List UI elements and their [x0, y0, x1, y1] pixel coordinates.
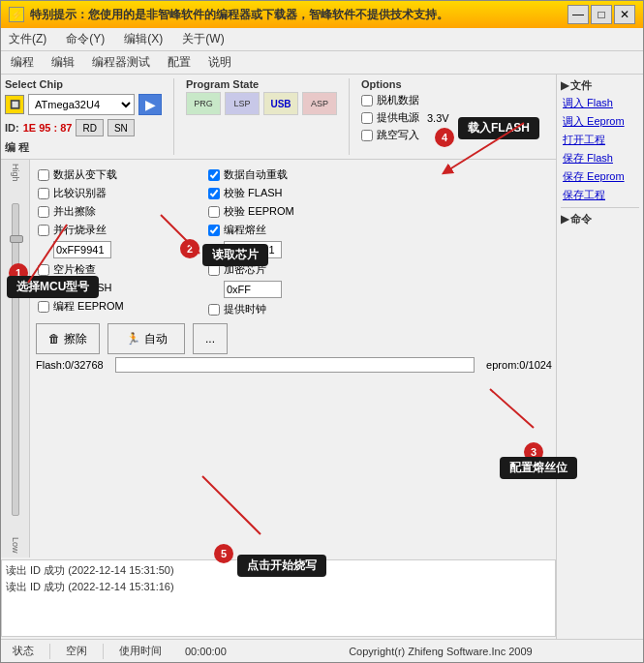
verify-flash-checkbox[interactable] [208, 188, 220, 199]
left-checkboxes: 数据从变下载 比较识别器 并出擦除 [38, 167, 193, 316]
parallel-fuse-checkbox[interactable] [38, 225, 49, 236]
cb-verify-flash: 校验 FLASH [208, 186, 383, 200]
prog-fuse-checkbox[interactable] [208, 225, 220, 236]
chip-row: 🔲 ATmega32U4 ▶ [5, 94, 162, 115]
cmd-section-label: ▶ 命令 [561, 212, 639, 226]
menu-bar: 文件(Z) 命令(Y) 编辑(X) 关于(W) [1, 28, 643, 51]
sidebar-load-flash[interactable]: 调入 Flash [561, 95, 639, 111]
app-icon: ⚡ [9, 7, 24, 22]
title-bar: ⚡ 特别提示：您使用的是非智峰软件的编程器或下载器，智峰软件不提供技术支持。 —… [1, 1, 643, 28]
program-state-section: Program State PRG LSP USB ASP [186, 78, 337, 155]
action-buttons: 🗑 擦除 🏃 自动 ... [36, 323, 552, 354]
left-panel: Select Chip 🔲 ATmega32U4 ▶ ID: 1E 95 : 8… [1, 75, 556, 639]
main-area: Select Chip 🔲 ATmega32U4 ▶ ID: 1E 95 : 8… [1, 75, 643, 639]
file-section-label: ▶ 文件 [561, 78, 639, 93]
id-label: ID: [5, 122, 19, 134]
sidebar-divider [561, 207, 639, 208]
verify-eeprom-checkbox[interactable] [208, 206, 220, 218]
chip-select[interactable]: ATmega32U4 [28, 94, 135, 115]
log-line-1: 读出 ID 成功 (2022-12-14 15:31:50) [6, 562, 551, 579]
menu-file[interactable]: 文件(Z) [5, 30, 50, 48]
hex-left-input[interactable] [53, 241, 111, 258]
toolbar-test[interactable]: 编程器测试 [86, 53, 156, 72]
erase-button[interactable]: 🗑 擦除 [36, 323, 100, 354]
log-line-2: 读出 ID 成功 (2022-12-14 15:31:16) [6, 579, 551, 595]
sidebar-save-eeprom[interactable]: 保存 Eeprom [561, 168, 639, 185]
toolbar: 编程 编辑 编程器测试 配置 说明 [1, 51, 643, 75]
sidebar-save-project[interactable]: 保存工程 [561, 187, 639, 203]
power-label: 提供电源 [377, 110, 419, 125]
prg-icon: PRG [186, 92, 221, 115]
chip-section-label: Select Chip [5, 78, 162, 90]
provide-clock-checkbox[interactable] [208, 304, 220, 316]
option-skip: 跳空写入 [361, 128, 449, 142]
prog-flash-checkbox[interactable] [38, 283, 49, 294]
asp-icon: ASP [302, 92, 337, 115]
title-text: 特别提示：您使用的是非智峰软件的编程器或下载器，智峰软件不提供技术支持。 [30, 7, 567, 23]
power-checkbox[interactable] [361, 112, 373, 124]
encrypt-chip-label: 加密芯片 [224, 262, 266, 277]
options-label: Options [361, 78, 449, 90]
prog-eeprom-checkbox[interactable] [38, 301, 49, 313]
chevron-right-icon2: ▶ [561, 213, 568, 226]
cb-verify-eeprom: 校验 EEPROM [208, 204, 383, 219]
menu-edit[interactable]: 编辑(X) [120, 30, 167, 48]
hex-right2-input[interactable] [224, 281, 282, 298]
divider1 [173, 78, 174, 155]
offline-label: 脱机数据 [377, 93, 419, 107]
erase-icon: 🗑 [48, 332, 60, 346]
skip-checkbox[interactable] [361, 130, 373, 141]
time-label: 使用时间 [111, 644, 169, 658]
auto-reload-label: 数据自动重载 [224, 167, 288, 182]
maximize-button[interactable]: □ [591, 5, 612, 24]
option-power: 提供电源 3.3V [361, 110, 449, 125]
compare-id-checkbox[interactable] [38, 188, 49, 199]
prog-eeprom-label: 编程 EEPROM [53, 299, 124, 314]
cb-prog-eeprom: 编程 EEPROM [38, 299, 193, 314]
slider-track[interactable] [12, 203, 19, 515]
sidebar-load-eeprom[interactable]: 调入 Eeprom [561, 113, 639, 130]
time-value: 00:00:00 [177, 646, 234, 657]
close-button[interactable]: ✕ [614, 5, 635, 24]
auto-button[interactable]: 🏃 自动 [107, 323, 185, 354]
offline-checkbox[interactable] [361, 95, 373, 106]
cb-prog-flash: 编程 FLASH [38, 281, 193, 295]
prog-fuse-label: 编程熔丝 [224, 223, 266, 237]
toolbar-config[interactable]: 配置 [162, 53, 197, 72]
dots-button[interactable]: ... [193, 323, 228, 354]
auto-icon: 🏃 [126, 332, 140, 346]
chip-arrow-button[interactable]: ▶ [138, 94, 162, 115]
blank-check-checkbox[interactable] [38, 264, 49, 276]
log-area: 读出 ID 成功 (2022-12-14 15:31:50) 读出 ID 成功 … [1, 559, 556, 637]
status-bar: 状态 空闲 使用时间 00:00:00 Copyright(r) Zhifeng… [1, 639, 643, 662]
parallel-erase-label: 并出擦除 [53, 204, 96, 219]
toolbar-program[interactable]: 编程 [5, 53, 40, 72]
center-panel: High Low 数据从变下载 [1, 160, 556, 558]
eeprom-progress: eprom:0/1024 [486, 359, 552, 371]
slider-high-label: High [11, 164, 20, 182]
usb-icon: USB [263, 92, 298, 115]
options-section: Options 脱机数据 提供电源 3.3V 跳空写入 [361, 78, 449, 155]
menu-about[interactable]: 关于(W) [178, 30, 228, 48]
sn-button[interactable]: SN [107, 119, 135, 136]
hex-right1-row [224, 241, 383, 258]
auto-reload-checkbox[interactable] [208, 169, 220, 181]
sidebar-open-project[interactable]: 打开工程 [561, 132, 639, 148]
program-state-icons: PRG LSP USB ASP [186, 92, 337, 115]
voltage-label: 3.3V [427, 112, 449, 124]
sidebar-save-flash[interactable]: 保存 Flash [561, 150, 639, 166]
menu-command[interactable]: 命令(Y) [62, 30, 108, 48]
rd-button[interactable]: RD [76, 119, 103, 136]
toolbar-edit[interactable]: 编辑 [46, 53, 80, 72]
minimize-button[interactable]: — [567, 5, 589, 24]
encrypt-chip-checkbox[interactable] [208, 264, 220, 276]
toolbar-help[interactable]: 说明 [202, 53, 237, 72]
id-value: 1E 95 : 87 [23, 122, 73, 134]
slider-thumb[interactable] [10, 235, 23, 243]
hex-right1-input[interactable] [224, 241, 282, 258]
cb-blank-check: 空片检查 [38, 262, 193, 277]
hex-left-row [53, 241, 193, 258]
parallel-erase-checkbox[interactable] [38, 206, 49, 218]
right-sidebar: ▶ 文件 调入 Flash 调入 Eeprom 打开工程 保存 Flash 保存… [556, 75, 643, 639]
data-download-checkbox[interactable] [38, 169, 49, 181]
